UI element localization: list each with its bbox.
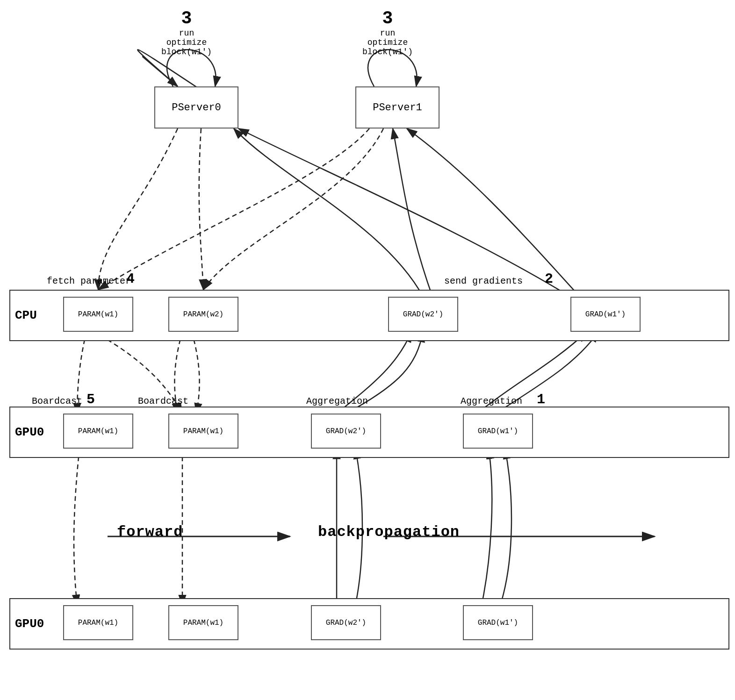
- aggregation2-label: Aggregation: [461, 396, 522, 407]
- gpu0-grad-w1: GRAD(w1'): [463, 414, 533, 449]
- pserver1-label: PServer1: [373, 102, 422, 114]
- pserver0-loop-annotation: 3 runoptimizeblock(w1'): [161, 8, 212, 57]
- forward-label: forward: [117, 523, 183, 541]
- backprop-label: backpropagation: [318, 523, 460, 541]
- pserver1-loop-text: runoptimizeblock(w1'): [362, 29, 413, 57]
- gpu0-label: GPU0: [10, 425, 52, 439]
- gpu0-grad-w2: GRAD(w2'): [311, 414, 381, 449]
- send-gradients-label: send gradients: [444, 276, 523, 286]
- cpu-grad-w2: GRAD(w2'): [388, 297, 458, 332]
- diagram: PServer0 PServer1 3 runoptimizeblock(w1'…: [0, 0, 735, 700]
- send-gradients-number: 2: [545, 271, 553, 287]
- gpu0-label2: GPU0: [10, 617, 52, 631]
- cpu-param-w2: PARAM(w2): [168, 297, 238, 332]
- cpu-grad-w1: GRAD(w1'): [570, 297, 641, 332]
- broadcast2-label: Boardcast: [138, 396, 188, 407]
- aggregation1-label: Aggregation: [306, 396, 368, 407]
- fetch-param-number: 4: [126, 271, 135, 287]
- pserver1-loop-annotation: 3 runoptimizeblock(w1'): [362, 8, 413, 57]
- pserver0-loop-number: 3: [161, 8, 212, 29]
- aggregation2-number: 1: [537, 392, 545, 407]
- pserver0-label: PServer0: [172, 102, 221, 114]
- gpu0b-param-w1a: PARAM(w1): [63, 605, 133, 640]
- gpu0b-param-w1b: PARAM(w1): [168, 605, 238, 640]
- pserver1-box: PServer1: [355, 86, 440, 129]
- gpu0b-grad-w1: GRAD(w1'): [463, 605, 533, 640]
- pserver1-loop-number: 3: [362, 8, 413, 29]
- broadcast1-label: Boardcast: [32, 396, 82, 407]
- gpu0b-grad-w2: GRAD(w2'): [311, 605, 381, 640]
- fetch-param-label: fetch parameter: [47, 276, 131, 286]
- broadcast1-number: 5: [86, 392, 95, 407]
- pserver0-box: PServer0: [154, 86, 238, 129]
- gpu0-param-w1b: PARAM(w1): [168, 414, 238, 449]
- cpu-label: CPU: [10, 308, 52, 322]
- cpu-param-w1: PARAM(w1): [63, 297, 133, 332]
- gpu0-param-w1a: PARAM(w1): [63, 414, 133, 449]
- pserver0-loop-text: runoptimizeblock(w1'): [161, 29, 212, 57]
